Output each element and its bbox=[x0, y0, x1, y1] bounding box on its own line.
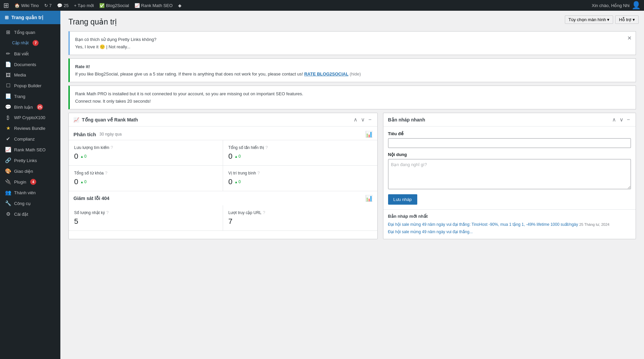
sidebar-item-plugin[interactable]: 🔌 Plugin 4 bbox=[0, 176, 60, 187]
ban-nhap-widget: Bản nháp nhanh ∧ ∨ − Tiêu đề Nội dung Lư… bbox=[383, 113, 636, 239]
draft-item-1[interactable]: Đại hội sale mừng 49 năm ngày vui đại th… bbox=[388, 221, 631, 227]
sidebar-item-wp-cryptox100[interactable]: ₿ WP CryptoX100 bbox=[0, 112, 60, 123]
rank-math-widget-icon: 📈 bbox=[73, 117, 79, 122]
sidebar: ⊞ Trang quản trị ⊞ Tổng quan Cập nhật 7 … bbox=[0, 11, 60, 359]
star-icon: ★ bbox=[5, 125, 11, 131]
url-visits-value: 7 bbox=[228, 217, 232, 226]
sidebar-item-complianz[interactable]: ✔ Complianz bbox=[0, 134, 60, 144]
plugin-icon: 🔌 bbox=[5, 179, 11, 185]
layout: ⊞ Trang quản trị ⊞ Tổng quan Cập nhật 7 … bbox=[0, 11, 644, 359]
home-icon: ⊞ bbox=[5, 29, 11, 35]
sidebar-item-thanh-vien[interactable]: 👥 Thành viên bbox=[0, 187, 60, 198]
notice-close-button[interactable]: ✕ bbox=[627, 35, 632, 41]
stats-grid: Lưu lượng tìm kiếm ? 0 ▲ 0 bbox=[69, 140, 377, 191]
ban-nhap-collapse-up-btn[interactable]: ∧ bbox=[611, 116, 617, 123]
tools-icon: 🔧 bbox=[5, 200, 11, 206]
ban-nhap-widget-title: Bản nháp nhanh bbox=[388, 117, 425, 122]
phan-tich-title: Phân tích bbox=[73, 132, 96, 137]
media-icon: 🖼 bbox=[5, 72, 11, 78]
sidebar-label-binh-luan: Bình luận bbox=[14, 105, 33, 110]
sidebar-item-popup-builder[interactable]: ☐ Popup Builder bbox=[0, 80, 60, 91]
sidebar-item-documents[interactable]: 📄 Documents bbox=[0, 59, 60, 70]
avg-position-delta: ▲ 0 bbox=[234, 180, 241, 184]
user-avatar[interactable]: 👤 bbox=[632, 1, 641, 10]
sidebar-item-pretty-links[interactable]: 🔗 Pretty Links bbox=[0, 155, 60, 166]
sidebar-item-cong-cu[interactable]: 🔧 Công cụ bbox=[0, 198, 60, 209]
ban-nhap-widget-controls: ∧ ∨ − bbox=[611, 116, 631, 123]
ban-nhap-form: Tiêu đề Nội dung Lưu nháp bbox=[383, 126, 636, 209]
widget-collapse-down-btn[interactable]: ∨ bbox=[360, 116, 366, 123]
check-icon: ✔ bbox=[5, 136, 11, 142]
save-draft-button[interactable]: Lưu nháp bbox=[388, 194, 417, 205]
stat-url-visits: Lượt truy cập URL ? 7 bbox=[223, 205, 377, 230]
notice-pretty-links-sub: Yes, I love it 🙂 | Not really... bbox=[75, 44, 630, 50]
updates-link[interactable]: ↻ 7 bbox=[44, 3, 52, 8]
keywords-help-icon[interactable]: ? bbox=[105, 170, 107, 175]
up-arrow-icon-3: ▲ bbox=[80, 180, 84, 184]
notice-rank-math-text: Rank Math PRO is installed but it is not… bbox=[75, 91, 630, 97]
notice-rank-math-sub: Connect now. It only takes 20 seconds! bbox=[75, 98, 630, 105]
sidebar-item-rank-math-seo[interactable]: 📈 Rank Math SEO bbox=[0, 144, 60, 155]
blog2social-link[interactable]: ✅ Blog2Social bbox=[99, 3, 129, 8]
sidebar-label-reviews: Reviews Bundle bbox=[14, 126, 45, 131]
sidebar-item-cap-nhat[interactable]: Cập nhật 7 bbox=[0, 38, 60, 48]
up-arrow-icon-4: ▲ bbox=[234, 180, 238, 184]
notice-pretty-links: Bạn có thích sử dụng Pretty Links không?… bbox=[68, 31, 636, 55]
dashboard-label: Trang quản trị bbox=[11, 15, 43, 20]
sidebar-label-plugin: Plugin bbox=[14, 180, 26, 185]
stat-log-count: Số lượng nhật ký ? 5 bbox=[69, 205, 223, 230]
popup-icon: ☐ bbox=[5, 83, 11, 89]
up-arrow-icon-2: ▲ bbox=[234, 155, 238, 158]
title-input[interactable] bbox=[388, 138, 631, 148]
rank-math-widget: 📈 Tổng quan về Rank Math ∧ ∨ − Phân tích… bbox=[68, 113, 378, 239]
giamsatloi-chart-icon: 📊 bbox=[365, 195, 373, 202]
impressions-help-icon[interactable]: ? bbox=[265, 145, 268, 150]
theme-icon: 🎨 bbox=[5, 168, 11, 174]
ban-nhap-widget-header: Bản nháp nhanh ∧ ∨ − bbox=[383, 113, 636, 126]
chart-icon: 📊 bbox=[365, 131, 373, 138]
sidebar-label-thanh-vien: Thành viên bbox=[14, 190, 36, 195]
widget-collapse-up-btn[interactable]: ∧ bbox=[353, 116, 359, 123]
create-new-link[interactable]: + Tạo mới bbox=[74, 3, 94, 8]
crypto-icon: ₿ bbox=[5, 115, 11, 120]
wp-logo[interactable]: ⊞ bbox=[3, 1, 9, 9]
search-traffic-help-icon[interactable]: ? bbox=[111, 145, 113, 150]
screen-options-button[interactable]: Tùy chọn màn hình ▾ bbox=[565, 15, 613, 24]
search-traffic-delta: ▲ 0 bbox=[80, 154, 87, 159]
sidebar-item-media[interactable]: 🖼 Media bbox=[0, 70, 60, 80]
url-visits-help-icon[interactable]: ? bbox=[263, 210, 265, 215]
avg-position-label: Vị trí trung bình bbox=[228, 171, 256, 175]
phan-tich-period: 30 ngày qua bbox=[100, 132, 122, 137]
stat-avg-position: Vị trí trung bình ? 0 ▲ 0 bbox=[223, 166, 377, 191]
avg-position-help-icon[interactable]: ? bbox=[257, 170, 260, 175]
sidebar-section-main: ⊞ Tổng quan Cập nhật 7 ✏ Bài viết 📄 Docu… bbox=[0, 24, 60, 222]
rate-blog2social-link[interactable]: RATE BLOG2SOCIAL bbox=[304, 71, 348, 76]
update-badge: 7 bbox=[33, 40, 39, 46]
site-name[interactable]: 🏠 Wiki Tino bbox=[14, 3, 39, 8]
sidebar-item-reviews-bundle[interactable]: ★ Reviews Bundle bbox=[0, 123, 60, 134]
top-right-buttons: Tùy chọn màn hình ▾ Hỗ trợ ▾ bbox=[559, 13, 644, 26]
diamond-icon[interactable]: ◆ bbox=[178, 3, 181, 8]
ban-nhap-close-btn[interactable]: − bbox=[626, 116, 631, 123]
help-button[interactable]: Hỗ trợ ▾ bbox=[615, 15, 639, 24]
sidebar-dashboard[interactable]: ⊞ Trang quản trị bbox=[0, 11, 60, 24]
log-count-help-icon[interactable]: ? bbox=[106, 210, 109, 215]
sidebar-item-cai-dat[interactable]: ⚙ Cài đặt bbox=[0, 209, 60, 219]
link-icon: 🔗 bbox=[5, 157, 11, 163]
content-textarea[interactable] bbox=[388, 159, 631, 189]
sidebar-item-tong-quan[interactable]: ⊞ Tổng quan bbox=[0, 27, 60, 38]
sidebar-item-bai-viet[interactable]: ✏ Bài viết bbox=[0, 48, 60, 59]
rank-math-widget-title: Tổng quan về Rank Math bbox=[82, 117, 138, 122]
draft-item-2[interactable]: Đại hội sale mừng 49 năm ngày vui đại th… bbox=[388, 229, 631, 235]
sidebar-item-giao-dien[interactable]: 🎨 Giao diện bbox=[0, 166, 60, 176]
notice-blog2social-text: If you like Blog2Social, please give us … bbox=[75, 71, 630, 78]
comments-link[interactable]: 💬 25 bbox=[57, 3, 68, 8]
keywords-value: 0 bbox=[74, 177, 78, 186]
sidebar-item-binh-luan[interactable]: 💬 Bình luận 25 bbox=[0, 102, 60, 112]
ban-nhap-collapse-down-btn[interactable]: ∨ bbox=[619, 116, 625, 123]
rank-math-link[interactable]: 📈 Rank Math SEO bbox=[135, 3, 173, 8]
greeting-text: Xin chào, Hồng Nhi bbox=[592, 3, 630, 8]
widget-close-btn[interactable]: − bbox=[367, 116, 372, 123]
sidebar-item-trang[interactable]: 📃 Trang bbox=[0, 91, 60, 102]
url-visits-label: Lượt truy cập URL bbox=[228, 210, 262, 215]
